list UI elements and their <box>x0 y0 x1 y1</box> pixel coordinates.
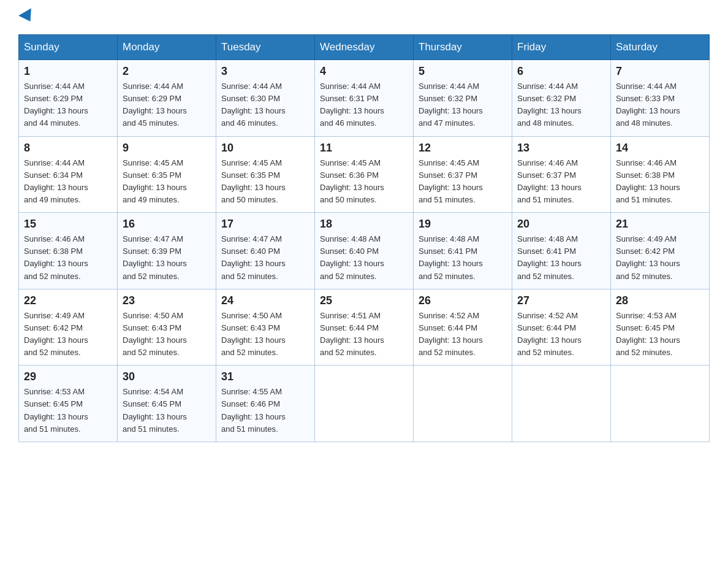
day-info: Sunrise: 4:46 AMSunset: 6:38 PMDaylight:… <box>616 158 680 204</box>
calendar-cell: 24 Sunrise: 4:50 AMSunset: 6:43 PMDaylig… <box>216 289 315 366</box>
calendar-cell <box>512 366 611 442</box>
calendar-cell: 2 Sunrise: 4:44 AMSunset: 6:29 PMDayligh… <box>118 60 216 137</box>
calendar-cell: 12 Sunrise: 4:45 AMSunset: 6:37 PMDaylig… <box>414 136 512 213</box>
day-number: 14 <box>616 142 704 155</box>
day-number: 18 <box>320 218 408 231</box>
day-number: 11 <box>320 142 408 155</box>
day-info: Sunrise: 4:44 AMSunset: 6:33 PMDaylight:… <box>616 82 680 128</box>
calendar-cell: 22 Sunrise: 4:49 AMSunset: 6:42 PMDaylig… <box>19 289 118 366</box>
calendar-cell: 31 Sunrise: 4:55 AMSunset: 6:46 PMDaylig… <box>216 366 315 442</box>
day-info: Sunrise: 4:55 AMSunset: 6:46 PMDaylight:… <box>221 387 286 433</box>
day-info: Sunrise: 4:44 AMSunset: 6:32 PMDaylight:… <box>419 82 483 128</box>
day-number: 17 <box>221 218 309 231</box>
day-number: 13 <box>517 142 605 155</box>
day-info: Sunrise: 4:47 AMSunset: 6:39 PMDaylight:… <box>123 234 187 280</box>
day-number: 29 <box>24 370 112 383</box>
calendar-cell: 6 Sunrise: 4:44 AMSunset: 6:32 PMDayligh… <box>512 60 611 137</box>
day-number: 16 <box>123 218 211 231</box>
calendar-week-row: 29 Sunrise: 4:53 AMSunset: 6:45 PMDaylig… <box>19 366 710 442</box>
day-number: 2 <box>123 65 211 78</box>
day-info: Sunrise: 4:46 AMSunset: 6:38 PMDaylight:… <box>24 234 88 280</box>
day-number: 19 <box>419 218 507 231</box>
day-number: 26 <box>419 294 507 307</box>
day-info: Sunrise: 4:50 AMSunset: 6:43 PMDaylight:… <box>123 311 187 357</box>
calendar-cell: 8 Sunrise: 4:44 AMSunset: 6:34 PMDayligh… <box>19 136 118 213</box>
calendar-cell: 5 Sunrise: 4:44 AMSunset: 6:32 PMDayligh… <box>414 60 512 137</box>
day-info: Sunrise: 4:44 AMSunset: 6:32 PMDaylight:… <box>517 82 582 128</box>
calendar-cell: 23 Sunrise: 4:50 AMSunset: 6:43 PMDaylig… <box>118 289 216 366</box>
day-info: Sunrise: 4:52 AMSunset: 6:44 PMDaylight:… <box>517 311 582 357</box>
day-info: Sunrise: 4:51 AMSunset: 6:44 PMDaylight:… <box>320 311 384 357</box>
calendar-cell: 15 Sunrise: 4:46 AMSunset: 6:38 PMDaylig… <box>19 213 118 289</box>
calendar-week-row: 15 Sunrise: 4:46 AMSunset: 6:38 PMDaylig… <box>19 213 710 289</box>
day-info: Sunrise: 4:54 AMSunset: 6:45 PMDaylight:… <box>123 387 187 433</box>
header-monday: Monday <box>118 35 216 60</box>
day-info: Sunrise: 4:45 AMSunset: 6:37 PMDaylight:… <box>419 158 483 204</box>
day-number: 10 <box>221 142 309 155</box>
day-number: 5 <box>419 65 507 78</box>
calendar-cell: 29 Sunrise: 4:53 AMSunset: 6:45 PMDaylig… <box>19 366 118 442</box>
day-info: Sunrise: 4:50 AMSunset: 6:43 PMDaylight:… <box>221 311 286 357</box>
header <box>18 12 710 23</box>
day-number: 12 <box>419 142 507 155</box>
day-info: Sunrise: 4:49 AMSunset: 6:42 PMDaylight:… <box>24 311 88 357</box>
calendar-cell: 25 Sunrise: 4:51 AMSunset: 6:44 PMDaylig… <box>315 289 414 366</box>
day-number: 21 <box>616 218 704 231</box>
logo-blue-text <box>18 12 36 23</box>
calendar-cell: 16 Sunrise: 4:47 AMSunset: 6:39 PMDaylig… <box>118 213 216 289</box>
logo-triangle-icon <box>18 8 37 25</box>
header-tuesday: Tuesday <box>216 35 315 60</box>
day-number: 6 <box>517 65 605 78</box>
day-info: Sunrise: 4:48 AMSunset: 6:40 PMDaylight:… <box>320 234 384 280</box>
logo <box>18 12 36 23</box>
calendar-cell: 9 Sunrise: 4:45 AMSunset: 6:35 PMDayligh… <box>118 136 216 213</box>
calendar-cell <box>414 366 512 442</box>
calendar-cell: 10 Sunrise: 4:45 AMSunset: 6:35 PMDaylig… <box>216 136 315 213</box>
day-info: Sunrise: 4:49 AMSunset: 6:42 PMDaylight:… <box>616 234 680 280</box>
header-thursday: Thursday <box>414 35 512 60</box>
calendar-cell: 17 Sunrise: 4:47 AMSunset: 6:40 PMDaylig… <box>216 213 315 289</box>
calendar-week-row: 22 Sunrise: 4:49 AMSunset: 6:42 PMDaylig… <box>19 289 710 366</box>
header-wednesday: Wednesday <box>315 35 414 60</box>
day-number: 3 <box>221 65 309 78</box>
calendar-cell <box>611 366 710 442</box>
day-info: Sunrise: 4:52 AMSunset: 6:44 PMDaylight:… <box>419 311 483 357</box>
calendar-cell: 11 Sunrise: 4:45 AMSunset: 6:36 PMDaylig… <box>315 136 414 213</box>
calendar-cell: 18 Sunrise: 4:48 AMSunset: 6:40 PMDaylig… <box>315 213 414 289</box>
day-info: Sunrise: 4:46 AMSunset: 6:37 PMDaylight:… <box>517 158 582 204</box>
calendar-cell: 14 Sunrise: 4:46 AMSunset: 6:38 PMDaylig… <box>611 136 710 213</box>
calendar-cell: 13 Sunrise: 4:46 AMSunset: 6:37 PMDaylig… <box>512 136 611 213</box>
calendar-cell: 27 Sunrise: 4:52 AMSunset: 6:44 PMDaylig… <box>512 289 611 366</box>
day-number: 25 <box>320 294 408 307</box>
header-friday: Friday <box>512 35 611 60</box>
day-number: 31 <box>221 370 309 383</box>
header-sunday: Sunday <box>19 35 118 60</box>
day-number: 15 <box>24 218 112 231</box>
day-number: 1 <box>24 65 112 78</box>
day-number: 22 <box>24 294 112 307</box>
calendar-header-row: Sunday Monday Tuesday Wednesday Thursday… <box>19 35 710 60</box>
calendar-cell: 30 Sunrise: 4:54 AMSunset: 6:45 PMDaylig… <box>118 366 216 442</box>
day-info: Sunrise: 4:47 AMSunset: 6:40 PMDaylight:… <box>221 234 286 280</box>
calendar-cell: 20 Sunrise: 4:48 AMSunset: 6:41 PMDaylig… <box>512 213 611 289</box>
day-info: Sunrise: 4:48 AMSunset: 6:41 PMDaylight:… <box>419 234 483 280</box>
day-info: Sunrise: 4:45 AMSunset: 6:36 PMDaylight:… <box>320 158 384 204</box>
day-info: Sunrise: 4:44 AMSunset: 6:29 PMDaylight:… <box>123 82 187 128</box>
calendar-table: Sunday Monday Tuesday Wednesday Thursday… <box>18 34 710 442</box>
day-number: 23 <box>123 294 211 307</box>
calendar-cell: 19 Sunrise: 4:48 AMSunset: 6:41 PMDaylig… <box>414 213 512 289</box>
calendar-cell: 28 Sunrise: 4:53 AMSunset: 6:45 PMDaylig… <box>611 289 710 366</box>
calendar-cell: 1 Sunrise: 4:44 AMSunset: 6:29 PMDayligh… <box>19 60 118 137</box>
calendar-cell: 21 Sunrise: 4:49 AMSunset: 6:42 PMDaylig… <box>611 213 710 289</box>
day-info: Sunrise: 4:53 AMSunset: 6:45 PMDaylight:… <box>24 387 88 433</box>
day-number: 30 <box>123 370 211 383</box>
day-info: Sunrise: 4:44 AMSunset: 6:34 PMDaylight:… <box>24 158 88 204</box>
calendar-cell: 3 Sunrise: 4:44 AMSunset: 6:30 PMDayligh… <box>216 60 315 137</box>
day-info: Sunrise: 4:44 AMSunset: 6:29 PMDaylight:… <box>24 82 88 128</box>
day-number: 8 <box>24 142 112 155</box>
day-info: Sunrise: 4:44 AMSunset: 6:30 PMDaylight:… <box>221 82 286 128</box>
header-saturday: Saturday <box>611 35 710 60</box>
day-number: 24 <box>221 294 309 307</box>
day-number: 7 <box>616 65 704 78</box>
day-info: Sunrise: 4:45 AMSunset: 6:35 PMDaylight:… <box>123 158 187 204</box>
